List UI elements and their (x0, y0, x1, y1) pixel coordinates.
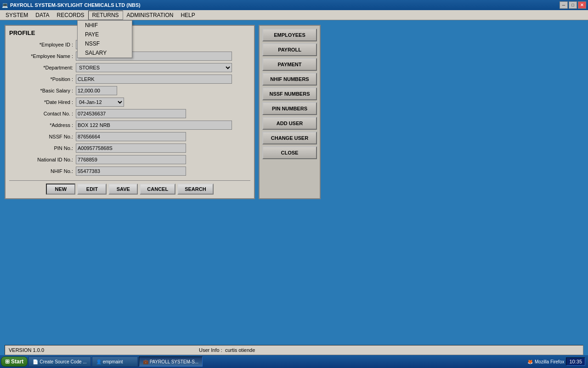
nhif-row: NHIF No.: (9, 167, 250, 176)
start-label: Start (11, 358, 23, 365)
address-label: *Address : (9, 122, 76, 128)
title-bar-left: 💻 PAYROLL SYSTEM-SKYLIGHT CHEMICALS LTD … (2, 2, 141, 8)
dropdown-nssf[interactable]: NSSF (78, 39, 132, 48)
employee-id-label: *Employee ID : (9, 42, 76, 47)
pin-label: PIN No.: (9, 145, 76, 151)
version-text: VERSION 1.0.0 (9, 347, 199, 353)
address-input[interactable] (76, 121, 232, 130)
nhif-numbers-button[interactable]: NHIF NUMBERS (262, 73, 317, 86)
empmaint-label: empmaint (103, 359, 123, 364)
taskbar-create-source[interactable]: 📄 Create Source Code ... (28, 356, 90, 367)
windows-icon: ⊞ (5, 358, 10, 365)
user-name: curtis otiende (225, 347, 255, 353)
basic-salary-row: *Basic Salary : (9, 86, 250, 95)
nssf-numbers-button[interactable]: NSSF NUMBERS (262, 87, 317, 100)
date-hired-label: *Date Hired : (9, 99, 76, 105)
dropdown-paye[interactable]: PAYE (78, 30, 132, 39)
create-source-label: Create Source Code ... (40, 359, 86, 364)
payroll-sys-label: PAYROLL SYSTEM-S... (150, 359, 199, 364)
firefox-label: Mozilla Firefox (535, 359, 564, 364)
title-bar-text: PAYROLL SYSTEM-SKYLIGHT CHEMICALS LTD (N… (10, 2, 141, 8)
close-button[interactable]: CLOSE (262, 146, 317, 159)
employees-button[interactable]: EMPLOYEES (262, 29, 317, 41)
pin-input[interactable] (76, 144, 186, 153)
date-hired-row: *Date Hired : 04-Jan-12 (9, 98, 250, 107)
menu-data[interactable]: DATA (32, 11, 53, 19)
contact-label: Contact No. : (9, 111, 76, 116)
payment-button[interactable]: PAYMENT (262, 58, 317, 71)
payroll-button[interactable]: PAYROLL (262, 43, 317, 56)
position-label: *Position : (9, 76, 76, 82)
create-source-icon: 📄 (33, 359, 38, 364)
menu-bar: SYSTEM DATA RECORDS RETURNS ADMINISTRATI… (0, 10, 588, 20)
nssf-row: NSSF No.: (9, 132, 250, 141)
payroll-sys-icon: 💼 (143, 359, 148, 364)
returns-dropdown: NHIF PAYE NSSF SALARY (77, 20, 132, 58)
firefox-icon: 🦊 (527, 359, 533, 364)
basic-salary-input[interactable] (76, 86, 117, 95)
save-button[interactable]: SAVE (108, 184, 138, 195)
title-bar-controls: ─ □ ✕ (560, 1, 586, 9)
national-id-input[interactable] (76, 155, 186, 164)
nssf-input[interactable] (76, 132, 186, 141)
date-hired-select[interactable]: 04-Jan-12 (76, 98, 124, 107)
department-row: *Department: STORES (9, 63, 250, 72)
position-input[interactable] (76, 75, 232, 84)
form-buttons: NEW EDIT SAVE CANCEL SEARCH (9, 180, 250, 195)
cancel-button[interactable]: CANCEL (140, 184, 175, 195)
search-button[interactable]: SEARCH (177, 184, 213, 195)
user-info: User Info : curtis otiende (199, 347, 579, 353)
app-icon: 💻 (2, 2, 8, 8)
nssf-label: NSSF No.: (9, 134, 76, 139)
taskbar-right: 🦊 Mozilla Firefox 10:35 (527, 357, 587, 366)
national-id-row: National ID No.: (9, 155, 250, 164)
maximize-button[interactable]: □ (569, 1, 577, 9)
menu-administration[interactable]: ADMINISTRATION (123, 11, 177, 19)
pin-row: PIN No.: (9, 144, 250, 153)
position-row: *Position : (9, 75, 250, 84)
nhif-input[interactable] (76, 167, 186, 176)
pin-numbers-button[interactable]: PIN NUMBERS (262, 102, 317, 115)
start-button[interactable]: ⊞ Start (1, 356, 28, 367)
menu-returns[interactable]: RETURNS (88, 11, 123, 20)
taskbar: ⊞ Start 📄 Create Source Code ... 👤 empma… (0, 355, 588, 368)
change-user-button[interactable]: CHANGE USER (262, 132, 317, 144)
taskbar-empmaint[interactable]: 👤 empmaint (92, 356, 138, 367)
menu-records[interactable]: RECORDS (53, 11, 88, 19)
dropdown-nhif[interactable]: NHIF (78, 21, 132, 30)
department-label: *Department: (9, 65, 76, 70)
edit-button[interactable]: EDIT (77, 184, 107, 195)
clock: 10:35 (566, 357, 585, 366)
national-id-label: National ID No.: (9, 157, 76, 162)
add-user-button[interactable]: ADD USER (262, 117, 317, 130)
contact-input[interactable] (76, 109, 186, 118)
department-select[interactable]: STORES (76, 63, 232, 72)
title-bar: 💻 PAYROLL SYSTEM-SKYLIGHT CHEMICALS LTD … (0, 0, 588, 10)
employee-name-label: *Employee Name : (9, 53, 76, 59)
new-button[interactable]: NEW (46, 184, 75, 195)
contact-row: Contact No. : (9, 109, 250, 118)
menu-help[interactable]: HELP (177, 11, 198, 19)
basic-salary-label: *Basic Salary : (9, 88, 76, 93)
dropdown-salary[interactable]: SALARY (78, 48, 132, 58)
minimize-button[interactable]: ─ (560, 1, 568, 9)
window-close-button[interactable]: ✕ (578, 1, 586, 9)
status-bar: VERSION 1.0.0 User Info : curtis otiende (5, 345, 583, 355)
taskbar-payroll-sys[interactable]: 💼 PAYROLL SYSTEM-S... (139, 356, 203, 367)
address-row: *Address : (9, 121, 250, 130)
user-info-label: User Info : (199, 347, 222, 353)
menu-system[interactable]: SYSTEM (2, 11, 32, 19)
right-panel: EMPLOYEES PAYROLL PAYMENT NHIF NUMBERS N… (259, 25, 321, 199)
nhif-label: NHIF No.: (9, 168, 76, 174)
empmaint-icon: 👤 (96, 359, 102, 364)
